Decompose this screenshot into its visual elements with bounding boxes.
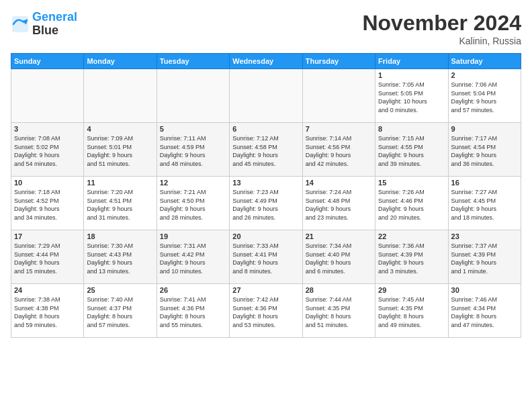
- cell-daylight-info: Sunrise: 7:38 AM Sunset: 4:38 PM Dayligh…: [14, 295, 81, 329]
- cell-daylight-info: Sunrise: 7:05 AM Sunset: 5:05 PM Dayligh…: [378, 81, 445, 114]
- day-number: 11: [87, 179, 153, 187]
- calendar-week-row: 24Sunrise: 7:38 AM Sunset: 4:38 PM Dayli…: [11, 284, 521, 338]
- calendar-cell: 1Sunrise: 7:05 AM Sunset: 5:05 PM Daylig…: [375, 69, 448, 123]
- month-title: November 2024: [362, 11, 521, 36]
- calendar-cell: [84, 69, 157, 123]
- calendar-week-row: 1Sunrise: 7:05 AM Sunset: 5:05 PM Daylig…: [11, 69, 521, 123]
- calendar-cell: 9Sunrise: 7:17 AM Sunset: 4:54 PM Daylig…: [448, 123, 521, 177]
- day-number: 22: [378, 232, 445, 240]
- title-block: November 2024 Kalinin, Russia: [362, 11, 521, 46]
- page: General Blue November 2024 Kalinin, Russ…: [0, 0, 532, 411]
- cell-daylight-info: Sunrise: 7:36 AM Sunset: 4:39 PM Dayligh…: [378, 242, 445, 275]
- calendar-cell: 14Sunrise: 7:24 AM Sunset: 4:48 PM Dayli…: [302, 177, 375, 230]
- cell-daylight-info: Sunrise: 7:33 AM Sunset: 4:41 PM Dayligh…: [232, 242, 299, 275]
- calendar-week-row: 10Sunrise: 7:18 AM Sunset: 4:52 PM Dayli…: [11, 177, 521, 230]
- calendar-day-header: Tuesday: [157, 54, 229, 69]
- calendar-cell: 27Sunrise: 7:42 AM Sunset: 4:36 PM Dayli…: [230, 284, 302, 338]
- calendar-cell: 15Sunrise: 7:26 AM Sunset: 4:46 PM Dayli…: [375, 177, 448, 230]
- calendar-day-header: Monday: [84, 54, 157, 69]
- day-number: 30: [451, 286, 518, 294]
- day-number: 26: [160, 286, 226, 294]
- calendar-cell: 23Sunrise: 7:37 AM Sunset: 4:39 PM Dayli…: [448, 230, 521, 284]
- day-number: 14: [306, 179, 372, 187]
- cell-daylight-info: Sunrise: 7:40 AM Sunset: 4:37 PM Dayligh…: [87, 295, 153, 329]
- calendar-week-row: 17Sunrise: 7:29 AM Sunset: 4:44 PM Dayli…: [11, 230, 521, 284]
- calendar-cell: 5Sunrise: 7:11 AM Sunset: 4:59 PM Daylig…: [157, 123, 229, 177]
- calendar-cell: 21Sunrise: 7:34 AM Sunset: 4:40 PM Dayli…: [302, 230, 375, 284]
- calendar-cell: 20Sunrise: 7:33 AM Sunset: 4:41 PM Dayli…: [230, 230, 302, 284]
- cell-daylight-info: Sunrise: 7:09 AM Sunset: 5:01 PM Dayligh…: [87, 134, 153, 168]
- calendar-cell: 29Sunrise: 7:45 AM Sunset: 4:35 PM Dayli…: [375, 284, 448, 338]
- day-number: 5: [160, 125, 226, 133]
- calendar-cell: 11Sunrise: 7:20 AM Sunset: 4:51 PM Dayli…: [84, 177, 157, 230]
- day-number: 1: [378, 71, 445, 79]
- logo: General Blue: [11, 11, 77, 38]
- calendar-day-header: Thursday: [302, 54, 375, 69]
- cell-daylight-info: Sunrise: 7:14 AM Sunset: 4:56 PM Dayligh…: [306, 134, 372, 168]
- day-number: 29: [378, 286, 445, 294]
- calendar-header-row: SundayMondayTuesdayWednesdayThursdayFrid…: [11, 54, 521, 69]
- day-number: 12: [160, 179, 226, 187]
- calendar-cell: 26Sunrise: 7:41 AM Sunset: 4:36 PM Dayli…: [157, 284, 229, 338]
- day-number: 19: [160, 232, 226, 240]
- calendar-day-header: Friday: [375, 54, 448, 69]
- cell-daylight-info: Sunrise: 7:08 AM Sunset: 5:02 PM Dayligh…: [14, 134, 81, 168]
- calendar-cell: 3Sunrise: 7:08 AM Sunset: 5:02 PM Daylig…: [11, 123, 84, 177]
- day-number: 7: [306, 125, 372, 133]
- calendar-cell: 12Sunrise: 7:21 AM Sunset: 4:50 PM Dayli…: [157, 177, 229, 230]
- calendar-cell: 24Sunrise: 7:38 AM Sunset: 4:38 PM Dayli…: [11, 284, 84, 338]
- calendar-cell: 19Sunrise: 7:31 AM Sunset: 4:42 PM Dayli…: [157, 230, 229, 284]
- day-number: 6: [232, 125, 299, 133]
- day-number: 2: [451, 71, 518, 79]
- cell-daylight-info: Sunrise: 7:17 AM Sunset: 4:54 PM Dayligh…: [451, 134, 518, 168]
- calendar-cell: 2Sunrise: 7:06 AM Sunset: 5:04 PM Daylig…: [448, 69, 521, 123]
- location: Kalinin, Russia: [362, 36, 521, 46]
- day-number: 25: [87, 286, 153, 294]
- calendar-cell: 17Sunrise: 7:29 AM Sunset: 4:44 PM Dayli…: [11, 230, 84, 284]
- calendar-cell: 16Sunrise: 7:27 AM Sunset: 4:45 PM Dayli…: [448, 177, 521, 230]
- cell-daylight-info: Sunrise: 7:06 AM Sunset: 5:04 PM Dayligh…: [451, 81, 518, 114]
- calendar-cell: 28Sunrise: 7:44 AM Sunset: 4:35 PM Dayli…: [302, 284, 375, 338]
- day-number: 10: [14, 179, 81, 187]
- cell-daylight-info: Sunrise: 7:34 AM Sunset: 4:40 PM Dayligh…: [306, 242, 372, 275]
- calendar-cell: 22Sunrise: 7:36 AM Sunset: 4:39 PM Dayli…: [375, 230, 448, 284]
- day-number: 8: [378, 125, 445, 133]
- day-number: 4: [87, 125, 153, 133]
- calendar-week-row: 3Sunrise: 7:08 AM Sunset: 5:02 PM Daylig…: [11, 123, 521, 177]
- day-number: 24: [14, 286, 81, 294]
- cell-daylight-info: Sunrise: 7:37 AM Sunset: 4:39 PM Dayligh…: [451, 242, 518, 275]
- cell-daylight-info: Sunrise: 7:20 AM Sunset: 4:51 PM Dayligh…: [87, 188, 153, 222]
- calendar-day-header: Saturday: [448, 54, 521, 69]
- cell-daylight-info: Sunrise: 7:24 AM Sunset: 4:48 PM Dayligh…: [306, 188, 372, 222]
- day-number: 23: [451, 232, 518, 240]
- cell-daylight-info: Sunrise: 7:44 AM Sunset: 4:35 PM Dayligh…: [306, 295, 372, 329]
- day-number: 18: [87, 232, 153, 240]
- calendar-cell: [230, 69, 302, 123]
- day-number: 27: [232, 286, 299, 294]
- calendar-cell: 10Sunrise: 7:18 AM Sunset: 4:52 PM Dayli…: [11, 177, 84, 230]
- calendar-cell: [11, 69, 84, 123]
- cell-daylight-info: Sunrise: 7:27 AM Sunset: 4:45 PM Dayligh…: [451, 188, 518, 222]
- header: General Blue November 2024 Kalinin, Russ…: [11, 11, 521, 46]
- cell-daylight-info: Sunrise: 7:21 AM Sunset: 4:50 PM Dayligh…: [160, 188, 226, 222]
- calendar-cell: 4Sunrise: 7:09 AM Sunset: 5:01 PM Daylig…: [84, 123, 157, 177]
- calendar-cell: 7Sunrise: 7:14 AM Sunset: 4:56 PM Daylig…: [302, 123, 375, 177]
- day-number: 13: [232, 179, 299, 187]
- day-number: 16: [451, 179, 518, 187]
- cell-daylight-info: Sunrise: 7:11 AM Sunset: 4:59 PM Dayligh…: [160, 134, 226, 168]
- cell-daylight-info: Sunrise: 7:23 AM Sunset: 4:49 PM Dayligh…: [232, 188, 299, 222]
- cell-daylight-info: Sunrise: 7:30 AM Sunset: 4:43 PM Dayligh…: [87, 242, 153, 275]
- day-number: 21: [306, 232, 372, 240]
- logo-icon: [11, 15, 30, 34]
- cell-daylight-info: Sunrise: 7:41 AM Sunset: 4:36 PM Dayligh…: [160, 295, 226, 329]
- calendar-cell: [302, 69, 375, 123]
- day-number: 15: [378, 179, 445, 187]
- cell-daylight-info: Sunrise: 7:18 AM Sunset: 4:52 PM Dayligh…: [14, 188, 81, 222]
- calendar-cell: 8Sunrise: 7:15 AM Sunset: 4:55 PM Daylig…: [375, 123, 448, 177]
- cell-daylight-info: Sunrise: 7:29 AM Sunset: 4:44 PM Dayligh…: [14, 242, 81, 275]
- cell-daylight-info: Sunrise: 7:42 AM Sunset: 4:36 PM Dayligh…: [232, 295, 299, 329]
- calendar-cell: 30Sunrise: 7:46 AM Sunset: 4:34 PM Dayli…: [448, 284, 521, 338]
- calendar-cell: 25Sunrise: 7:40 AM Sunset: 4:37 PM Dayli…: [84, 284, 157, 338]
- cell-daylight-info: Sunrise: 7:45 AM Sunset: 4:35 PM Dayligh…: [378, 295, 445, 329]
- cell-daylight-info: Sunrise: 7:26 AM Sunset: 4:46 PM Dayligh…: [378, 188, 445, 222]
